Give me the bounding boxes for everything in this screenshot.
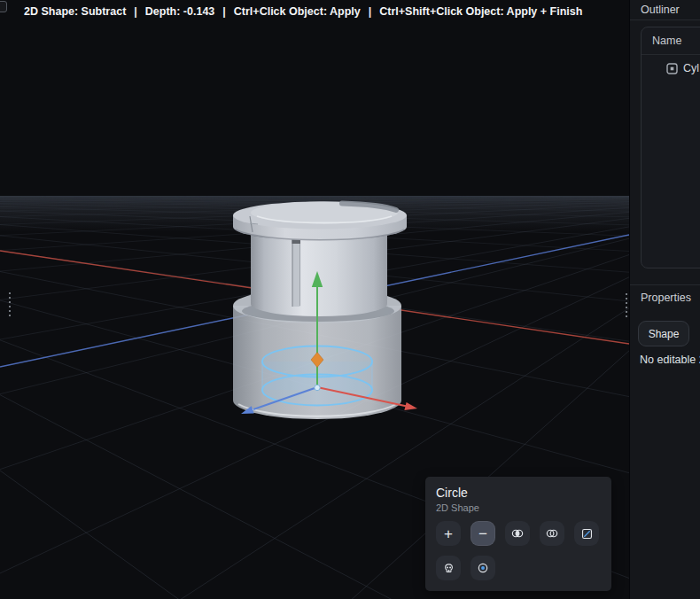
outliner-tree: Name Cyl xyxy=(641,27,700,268)
left-panel-resize-handle[interactable] xyxy=(9,292,11,316)
slash-square-button[interactable] xyxy=(574,521,599,546)
outliner-header: Outliner xyxy=(630,0,700,19)
properties-title-label: Properties xyxy=(641,292,691,304)
tab-shape-label: Shape xyxy=(649,328,680,340)
boolean-plus-button[interactable]: + xyxy=(436,521,461,546)
shape-tool-dialog: Circle 2D Shape +− xyxy=(425,477,611,591)
application-window: 2D Shape: Subtract|Depth: -0.143|Ctrl+Cl… xyxy=(0,0,700,599)
skull-icon xyxy=(441,561,456,576)
status-separator: | xyxy=(369,5,372,18)
status-separator: | xyxy=(222,5,226,18)
dot-circle-icon xyxy=(475,560,491,576)
dot-circle-button[interactable] xyxy=(471,556,495,580)
status-item: Ctrl+Shift+Click Object: Apply + Finish xyxy=(379,5,582,18)
boolean-overlap-button[interactable] xyxy=(540,521,564,546)
outliner-column-header: Name xyxy=(642,27,700,55)
status-item: 2D Shape: Subtract xyxy=(24,5,126,18)
dialog-subtitle: 2D Shape xyxy=(436,502,601,513)
boolean-overlap-filled-button[interactable] xyxy=(505,521,530,546)
properties-header: Properties xyxy=(630,289,700,307)
overlap-circles-filled-icon xyxy=(509,525,525,541)
right-panel-resize-handle[interactable] xyxy=(626,293,627,317)
status-item: Ctrl+Click Object: Apply xyxy=(234,5,361,18)
gizmo-origin-dot[interactable] xyxy=(315,385,320,390)
outliner-item-cylinder[interactable]: Cyl xyxy=(642,62,700,74)
minus-icon: − xyxy=(478,526,487,541)
status-item: Depth: -0.143 xyxy=(145,5,215,18)
slash-square-icon xyxy=(579,526,595,541)
divider xyxy=(630,284,700,285)
column-name-label: Name xyxy=(652,35,681,47)
skull-button[interactable] xyxy=(436,556,461,580)
boolean-minus-button[interactable]: − xyxy=(471,521,495,546)
status-bar: 2D Shape: Subtract|Depth: -0.143|Ctrl+Cl… xyxy=(0,0,629,23)
plus-icon: + xyxy=(444,526,453,541)
overlap-circles-icon xyxy=(544,525,560,541)
status-separator: | xyxy=(134,5,137,18)
side-panel: Outliner Name Cyl Properties Shape No ed… xyxy=(629,0,700,599)
outliner-item-label: Cyl xyxy=(683,62,699,74)
tab-shape[interactable]: Shape xyxy=(638,321,689,346)
properties-empty-message: No editable 2 xyxy=(640,354,700,366)
options-buttons-row xyxy=(436,556,601,580)
outliner-title: Outliner xyxy=(641,4,680,16)
boolean-buttons-row: +− xyxy=(436,521,601,546)
dialog-title: Circle xyxy=(436,486,601,500)
divider xyxy=(630,19,700,20)
solid-body-icon xyxy=(666,63,678,74)
